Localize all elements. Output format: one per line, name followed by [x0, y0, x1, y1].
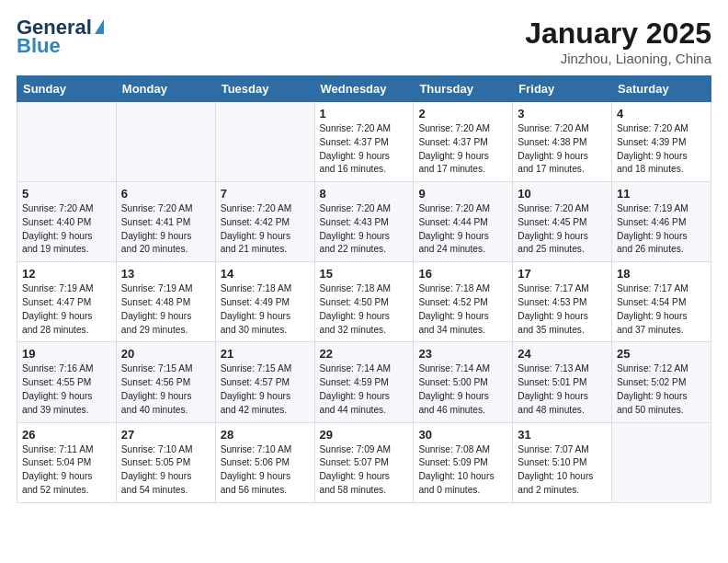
- table-row: 3Sunrise: 7:20 AMSunset: 4:38 PMDaylight…: [513, 102, 612, 182]
- day-info: Sunrise: 7:20 AMSunset: 4:37 PMDaylight:…: [320, 122, 409, 177]
- header-tuesday: Tuesday: [215, 76, 314, 102]
- table-row: 1Sunrise: 7:20 AMSunset: 4:37 PMDaylight…: [314, 102, 414, 182]
- day-number: 11: [617, 187, 706, 201]
- day-number: 14: [221, 267, 310, 281]
- header-monday: Monday: [116, 76, 215, 102]
- day-info: Sunrise: 7:20 AMSunset: 4:42 PMDaylight:…: [221, 202, 310, 257]
- header-wednesday: Wednesday: [314, 76, 414, 102]
- table-row: 18Sunrise: 7:17 AMSunset: 4:54 PMDayligh…: [612, 262, 711, 342]
- day-number: 15: [320, 267, 409, 281]
- day-number: 8: [320, 187, 409, 201]
- table-row: 26Sunrise: 7:11 AMSunset: 5:04 PMDayligh…: [17, 422, 117, 502]
- table-row: [612, 422, 711, 502]
- day-info: Sunrise: 7:20 AMSunset: 4:43 PMDaylight:…: [320, 202, 409, 257]
- day-number: 16: [418, 267, 507, 281]
- day-number: 3: [518, 107, 607, 121]
- day-info: Sunrise: 7:13 AMSunset: 5:01 PMDaylight:…: [518, 362, 607, 417]
- table-row: 14Sunrise: 7:18 AMSunset: 4:49 PMDayligh…: [215, 262, 314, 342]
- table-row: 20Sunrise: 7:15 AMSunset: 4:56 PMDayligh…: [116, 342, 215, 422]
- day-info: Sunrise: 7:07 AMSunset: 5:10 PMDaylight:…: [518, 443, 607, 498]
- table-row: 13Sunrise: 7:19 AMSunset: 4:48 PMDayligh…: [116, 262, 215, 342]
- day-info: Sunrise: 7:20 AMSunset: 4:38 PMDaylight:…: [518, 122, 607, 177]
- table-row: 30Sunrise: 7:08 AMSunset: 5:09 PMDayligh…: [414, 422, 513, 502]
- header-thursday: Thursday: [414, 76, 513, 102]
- table-row: 19Sunrise: 7:16 AMSunset: 4:55 PMDayligh…: [17, 342, 117, 422]
- calendar-table: Sunday Monday Tuesday Wednesday Thursday…: [17, 75, 711, 503]
- day-info: Sunrise: 7:16 AMSunset: 4:55 PMDaylight:…: [22, 362, 111, 417]
- day-number: 19: [22, 347, 111, 361]
- day-info: Sunrise: 7:08 AMSunset: 5:09 PMDaylight:…: [418, 443, 507, 498]
- table-row: 2Sunrise: 7:20 AMSunset: 4:37 PMDaylight…: [414, 102, 513, 182]
- day-info: Sunrise: 7:17 AMSunset: 4:54 PMDaylight:…: [617, 282, 706, 337]
- table-row: 9Sunrise: 7:20 AMSunset: 4:44 PMDaylight…: [414, 182, 513, 262]
- day-number: 30: [418, 428, 507, 442]
- table-row: 12Sunrise: 7:19 AMSunset: 4:47 PMDayligh…: [17, 262, 117, 342]
- day-info: Sunrise: 7:17 AMSunset: 4:53 PMDaylight:…: [518, 282, 607, 337]
- day-number: 22: [320, 347, 409, 361]
- day-info: Sunrise: 7:14 AMSunset: 4:59 PMDaylight:…: [320, 362, 409, 417]
- logo: General Blue: [17, 17, 104, 57]
- calendar-header-row: Sunday Monday Tuesday Wednesday Thursday…: [17, 76, 711, 102]
- day-info: Sunrise: 7:10 AMSunset: 5:06 PMDaylight:…: [221, 443, 310, 498]
- table-row: [17, 102, 117, 182]
- day-info: Sunrise: 7:15 AMSunset: 4:57 PMDaylight:…: [221, 362, 310, 417]
- header-friday: Friday: [513, 76, 612, 102]
- table-row: 17Sunrise: 7:17 AMSunset: 4:53 PMDayligh…: [513, 262, 612, 342]
- day-info: Sunrise: 7:18 AMSunset: 4:50 PMDaylight:…: [320, 282, 409, 337]
- day-number: 1: [320, 107, 409, 121]
- logo-triangle-icon: [95, 19, 104, 34]
- day-info: Sunrise: 7:12 AMSunset: 5:02 PMDaylight:…: [617, 362, 706, 417]
- day-number: 2: [418, 107, 507, 121]
- table-row: 25Sunrise: 7:12 AMSunset: 5:02 PMDayligh…: [612, 342, 711, 422]
- day-info: Sunrise: 7:14 AMSunset: 5:00 PMDaylight:…: [418, 362, 507, 417]
- table-row: 5Sunrise: 7:20 AMSunset: 4:40 PMDaylight…: [17, 182, 117, 262]
- table-row: 31Sunrise: 7:07 AMSunset: 5:10 PMDayligh…: [513, 422, 612, 502]
- day-number: 12: [22, 267, 111, 281]
- table-row: 27Sunrise: 7:10 AMSunset: 5:05 PMDayligh…: [116, 422, 215, 502]
- day-info: Sunrise: 7:20 AMSunset: 4:44 PMDaylight:…: [418, 202, 507, 257]
- day-info: Sunrise: 7:09 AMSunset: 5:07 PMDaylight:…: [320, 443, 409, 498]
- day-number: 10: [518, 187, 607, 201]
- table-row: 24Sunrise: 7:13 AMSunset: 5:01 PMDayligh…: [513, 342, 612, 422]
- table-row: 4Sunrise: 7:20 AMSunset: 4:39 PMDaylight…: [612, 102, 711, 182]
- day-number: 17: [518, 267, 607, 281]
- day-number: 13: [121, 267, 210, 281]
- day-info: Sunrise: 7:11 AMSunset: 5:04 PMDaylight:…: [22, 443, 111, 498]
- day-number: 9: [418, 187, 507, 201]
- day-number: 27: [121, 428, 210, 442]
- day-info: Sunrise: 7:20 AMSunset: 4:45 PMDaylight:…: [518, 202, 607, 257]
- table-row: 7Sunrise: 7:20 AMSunset: 4:42 PMDaylight…: [215, 182, 314, 262]
- day-number: 7: [221, 187, 310, 201]
- header-saturday: Saturday: [612, 76, 711, 102]
- header-sunday: Sunday: [17, 76, 117, 102]
- day-info: Sunrise: 7:19 AMSunset: 4:48 PMDaylight:…: [121, 282, 210, 337]
- day-number: 31: [518, 428, 607, 442]
- table-row: 21Sunrise: 7:15 AMSunset: 4:57 PMDayligh…: [215, 342, 314, 422]
- table-row: 28Sunrise: 7:10 AMSunset: 5:06 PMDayligh…: [215, 422, 314, 502]
- page: General Blue January 2025 Jinzhou, Liaon…: [0, 0, 728, 516]
- day-number: 26: [22, 428, 111, 442]
- calendar-title: January 2025: [525, 17, 711, 51]
- table-row: 29Sunrise: 7:09 AMSunset: 5:07 PMDayligh…: [314, 422, 414, 502]
- day-info: Sunrise: 7:20 AMSunset: 4:40 PMDaylight:…: [22, 202, 111, 257]
- day-number: 25: [617, 347, 706, 361]
- logo-text-blue: Blue: [17, 35, 61, 57]
- day-number: 21: [221, 347, 310, 361]
- day-info: Sunrise: 7:15 AMSunset: 4:56 PMDaylight:…: [121, 362, 210, 417]
- title-block: January 2025 Jinzhou, Liaoning, China: [525, 17, 711, 66]
- calendar-subtitle: Jinzhou, Liaoning, China: [525, 51, 711, 66]
- header: General Blue January 2025 Jinzhou, Liaon…: [17, 17, 711, 66]
- table-row: 23Sunrise: 7:14 AMSunset: 5:00 PMDayligh…: [414, 342, 513, 422]
- day-info: Sunrise: 7:20 AMSunset: 4:41 PMDaylight:…: [121, 202, 210, 257]
- day-info: Sunrise: 7:18 AMSunset: 4:52 PMDaylight:…: [418, 282, 507, 337]
- day-info: Sunrise: 7:18 AMSunset: 4:49 PMDaylight:…: [221, 282, 310, 337]
- day-number: 28: [221, 428, 310, 442]
- day-number: 6: [121, 187, 210, 201]
- day-number: 18: [617, 267, 706, 281]
- day-info: Sunrise: 7:10 AMSunset: 5:05 PMDaylight:…: [121, 443, 210, 498]
- table-row: 8Sunrise: 7:20 AMSunset: 4:43 PMDaylight…: [314, 182, 414, 262]
- day-number: 4: [617, 107, 706, 121]
- day-number: 24: [518, 347, 607, 361]
- table-row: [116, 102, 215, 182]
- day-info: Sunrise: 7:19 AMSunset: 4:46 PMDaylight:…: [617, 202, 706, 257]
